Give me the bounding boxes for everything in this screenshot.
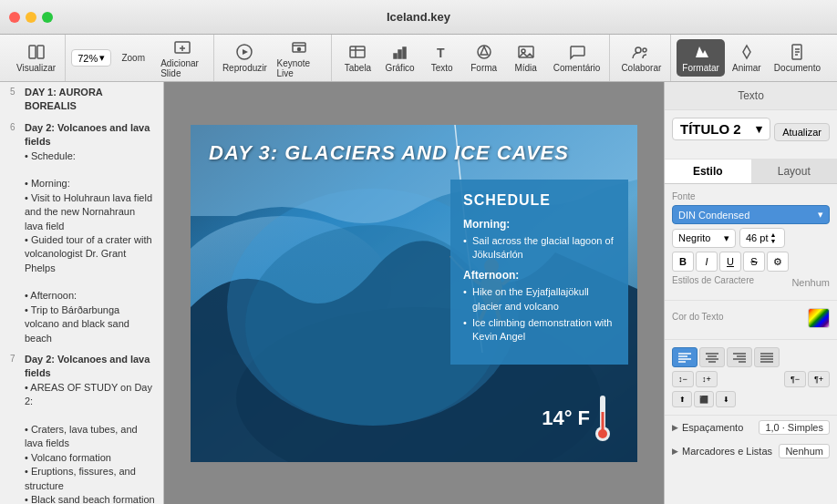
fonte-section: Fonte DIN Condensed ▾ Negrito ▾ 46 pt ▲ …: [665, 184, 837, 301]
svg-marker-6: [243, 49, 248, 55]
font-name-dropdown[interactable]: DIN Condensed ▾: [672, 205, 830, 224]
valign-middle-button[interactable]: ⬛: [694, 391, 714, 407]
forma-button[interactable]: Forma: [464, 39, 504, 77]
slide-text-7: Day 2: Volcanoes and lava fields • AREAS…: [25, 353, 156, 504]
colaborar-button[interactable]: Colaborar: [615, 39, 666, 77]
align-center-button[interactable]: [699, 347, 725, 367]
tab-estilo[interactable]: Estilo: [665, 159, 751, 183]
svg-point-43: [598, 429, 607, 438]
slide-sidebar: 5 DAY 1: AURORA BOREALIS 6 Day 2: Volcan…: [0, 82, 164, 504]
font-size-down[interactable]: ▼: [770, 238, 776, 244]
marcadores-section-header[interactable]: ▶ Marcadores e Listas Nenhum: [665, 439, 837, 463]
align-left-button[interactable]: [672, 347, 698, 367]
slide-num-5: 5: [10, 87, 21, 97]
titulo-dropdown[interactable]: TÍTULO 2 ▾: [672, 118, 770, 140]
slide-item-7[interactable]: 7 Day 2: Volcanoes and lava fields • ARE…: [0, 349, 163, 504]
align-right-button[interactable]: [727, 347, 752, 367]
maximize-button[interactable]: [42, 12, 53, 23]
format-btns-row: B I U S ⚙: [672, 252, 830, 272]
close-button[interactable]: [9, 12, 20, 23]
tab-layout[interactable]: Layout: [751, 159, 838, 183]
grafico-button[interactable]: Gráfico: [379, 39, 419, 77]
reproduzir-button[interactable]: Reproduzir: [220, 39, 269, 77]
window-title: Iceland.key: [387, 10, 450, 24]
font-name-row: DIN Condensed ▾: [672, 205, 830, 224]
documento-button[interactable]: Documento: [769, 39, 826, 77]
afternoon-section: Afternoon: Hike on the Eyjafjallajökull …: [463, 269, 615, 345]
schedule-title: SCHEDULE: [463, 192, 615, 209]
slide-canvas: DAY 3: GLACIERS AND ICE CAVES SCHEDULE M…: [191, 125, 637, 462]
midia-button[interactable]: Mídia: [506, 39, 546, 77]
toolbar: Visualizar 72% ▾ Zoom Adicionar Slide Re…: [0, 35, 837, 82]
minimize-button[interactable]: [26, 12, 36, 23]
right-panel: Texto TÍTULO 2 ▾ Atualizar Estilo Layout…: [664, 82, 837, 504]
line-spacing-buttons: ↕− ↕+: [672, 371, 718, 387]
visualizar-button[interactable]: Visualizar: [11, 39, 61, 77]
format-buttons: B I U S ⚙: [672, 252, 789, 272]
svg-point-21: [636, 47, 641, 53]
panel-header: Texto: [665, 82, 837, 110]
slide-num-7: 7: [10, 354, 21, 364]
valign-bottom-button[interactable]: ⬇: [716, 391, 736, 407]
alignment-section: ↕− ↕+ ¶− ¶+ ⬆ ⬛ ⬇: [665, 340, 837, 416]
svg-rect-1: [37, 46, 44, 58]
zoom-group: 72% ▾ Zoom Adicionar Slide: [67, 35, 214, 81]
svg-text:T: T: [437, 46, 445, 60]
font-size-up[interactable]: ▲: [770, 231, 776, 238]
slide-num-6: 6: [10, 122, 21, 132]
decrease-para-spacing[interactable]: ¶−: [784, 371, 806, 387]
strikethrough-button[interactable]: S: [743, 252, 765, 272]
spacing-arrows-row: ↕− ↕+ ¶− ¶+: [672, 371, 830, 387]
slide-text-6: Day 2: Volcanoes and lava fields • Sched…: [25, 121, 156, 345]
italic-button[interactable]: I: [696, 252, 718, 272]
svg-rect-13: [394, 54, 397, 58]
svg-rect-14: [398, 50, 401, 58]
svg-point-22: [643, 48, 646, 52]
slide-item-6[interactable]: 6 Day 2: Volcanoes and lava fields • Sch…: [0, 118, 163, 349]
spacing-label: Espaçamento: [682, 422, 743, 433]
comentario-button[interactable]: Comentário: [548, 39, 606, 77]
zoom-display[interactable]: 72% ▾: [71, 49, 111, 67]
align-justify-icon: [760, 352, 773, 363]
spacing-value: 1,0 · Simples: [759, 420, 830, 435]
align-center-icon: [706, 352, 718, 363]
underline-button[interactable]: U: [719, 252, 741, 272]
morning-label: Morning:: [463, 218, 615, 231]
window-controls: [9, 12, 53, 23]
decrease-line-spacing[interactable]: ↕−: [672, 371, 694, 387]
slide-canvas-area[interactable]: DAY 3: GLACIERS AND ICE CAVES SCHEDULE M…: [164, 82, 664, 504]
valign-top-button[interactable]: ⬆: [672, 391, 692, 407]
collab-group: Colaborar: [612, 35, 671, 81]
animar-button[interactable]: Animar: [727, 39, 767, 77]
temperature-value: 14° F: [542, 406, 590, 430]
estilos-value: Nenhum: [791, 277, 830, 288]
zoom-label-btn[interactable]: Zoom: [113, 49, 153, 67]
svg-rect-0: [29, 46, 36, 58]
align-right-icon: [733, 352, 746, 363]
view-group: Visualizar: [7, 35, 66, 81]
formatar-button[interactable]: Formatar: [677, 39, 725, 77]
adicionar-slide-button[interactable]: Adicionar Slide: [155, 35, 210, 82]
keynote-live-button[interactable]: Keynote Live: [271, 35, 327, 82]
color-picker[interactable]: [808, 308, 830, 328]
slide-title: DAY 3: GLACIERS AND ICE CAVES: [209, 141, 569, 165]
slide-item-5[interactable]: 5 DAY 1: AURORA BOREALIS: [0, 82, 163, 118]
font-size-dropdown[interactable]: 46 pt ▲ ▼: [739, 228, 785, 248]
svg-rect-10: [350, 46, 365, 57]
more-format-button[interactable]: ⚙: [767, 252, 789, 272]
main-area: 5 DAY 1: AURORA BOREALIS 6 Day 2: Volcan…: [0, 82, 837, 504]
bold-button[interactable]: B: [672, 252, 694, 272]
spacing-section-header[interactable]: ▶ Espaçamento 1,0 · Simples: [665, 416, 837, 439]
increase-para-spacing[interactable]: ¶+: [808, 371, 830, 387]
update-button[interactable]: Atualizar: [774, 123, 830, 141]
tabela-button[interactable]: Tabela: [337, 39, 377, 77]
cor-label: Cor do Texto: [672, 312, 724, 322]
cor-section: Cor do Texto: [665, 301, 837, 340]
align-justify-button[interactable]: [754, 347, 780, 367]
insert-group: Tabela Gráfico T Texto Forma: [334, 35, 610, 81]
increase-line-spacing[interactable]: ↕+: [696, 371, 718, 387]
font-style-dropdown[interactable]: Negrito ▾: [672, 229, 736, 248]
fonte-label: Fonte: [672, 191, 830, 201]
texto-button[interactable]: T Texto: [422, 39, 462, 77]
thermometer-icon: [595, 394, 610, 444]
